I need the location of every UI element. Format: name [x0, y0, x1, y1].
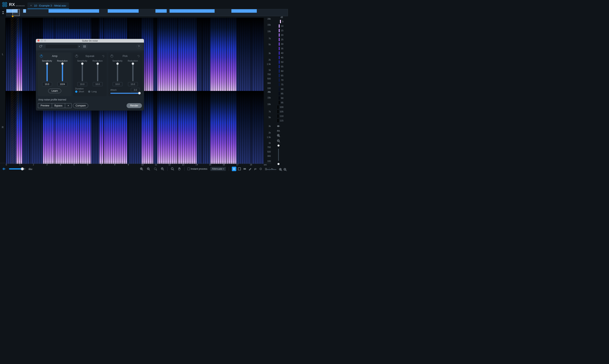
zoom-in-icon[interactable] — [140, 167, 143, 170]
db-tick-label: 15 — [281, 29, 284, 32]
magic-select-tool-icon[interactable] — [259, 167, 263, 171]
rail-handle-bottom[interactable] — [277, 163, 280, 165]
hand-tool-icon[interactable] — [177, 167, 181, 170]
zoom-in-horiz-icon[interactable] — [279, 168, 282, 171]
squeak-sens-slider[interactable] — [82, 64, 83, 81]
close-window-icon[interactable] — [38, 39, 39, 41]
minimize-window-icon[interactable] — [41, 39, 43, 41]
overview-strip[interactable] — [0, 9, 288, 16]
db-tick: 115 — [273, 118, 284, 123]
pick-power-icon[interactable] — [110, 55, 113, 58]
zoom-in-icon[interactable] — [277, 134, 280, 137]
spectro-toggle-icon[interactable] — [28, 168, 32, 170]
db-tick-label: 20 — [281, 34, 284, 36]
db-swatch — [279, 78, 280, 82]
rail-scroll-track[interactable] — [278, 149, 279, 161]
db-color-rail: dB 5101520253035404550556065707580859095… — [273, 16, 284, 164]
db-swatch — [277, 105, 278, 109]
preview-bypass-group: Preview Bypass + — [38, 103, 72, 108]
selection-overlay[interactable] — [11, 18, 18, 91]
file-tab[interactable]: × 10 - Example 3 - Metal.wav — [27, 2, 69, 9]
amp-title: Amp — [52, 54, 58, 58]
help-icon[interactable]: ? — [137, 44, 141, 49]
db-tick: 80 — [273, 87, 284, 91]
solo-listen-icon[interactable] — [137, 55, 140, 58]
lasso-tool-icon[interactable] — [253, 167, 258, 171]
pick-red-slider[interactable] — [132, 64, 133, 81]
pick-red-value[interactable]: 10.0 — [128, 82, 138, 86]
preset-select[interactable] — [45, 44, 78, 49]
timefreq-select-tool-icon[interactable] — [237, 167, 242, 171]
db-tick-label: 5 — [282, 20, 284, 23]
paint-select-tool-icon[interactable] — [248, 167, 252, 171]
short-label: Short — [79, 90, 84, 93]
amp-sens-value[interactable]: 10.0 — [42, 82, 52, 86]
waveform-icon[interactable] — [277, 125, 280, 127]
bypass-button[interactable]: Bypass — [52, 103, 65, 108]
attenuate-dropdown[interactable]: Attenuate ▾ — [210, 167, 226, 171]
long-radio[interactable] — [88, 91, 90, 93]
instant-process-toggle[interactable]: Instant process — [187, 168, 207, 170]
short-radio[interactable] — [75, 91, 78, 93]
maximize-window-icon[interactable] — [44, 39, 46, 41]
add-button[interactable]: + — [65, 103, 72, 108]
chevron-up-icon — [2, 13, 4, 14]
svg-rect-10 — [244, 168, 246, 169]
selection-overlay[interactable] — [11, 91, 18, 164]
compare-button[interactable]: Compare — [73, 103, 88, 108]
rail-handle-top[interactable] — [277, 144, 280, 147]
pick-sens-slider[interactable] — [117, 64, 118, 81]
spectrogram-icon[interactable] — [277, 129, 280, 132]
amp-res-slider[interactable] — [62, 64, 63, 81]
svg-rect-7 — [233, 168, 234, 170]
db-tick: 60 — [273, 69, 284, 73]
zoom-out-icon[interactable] — [277, 139, 280, 143]
freq-select-tool-icon[interactable] — [243, 167, 247, 171]
pick-red-label: Reduction — [128, 60, 138, 62]
squeak-sens-value[interactable]: 10.0 — [78, 82, 87, 86]
squeak-red-value[interactable]: 10.0 — [93, 82, 103, 86]
zoom-fit-icon[interactable] — [160, 167, 164, 170]
amp-power-icon[interactable] — [40, 55, 43, 58]
waveform-toggle-icon[interactable] — [2, 168, 6, 170]
squeak-red-label: Reduction — [92, 60, 103, 62]
render-button[interactable]: Render — [127, 103, 142, 108]
plugin-titlebar[interactable]: Guitar De-noise — [36, 39, 144, 43]
time-tick-label: 8 — [114, 164, 116, 166]
db-tick: 50 — [273, 60, 284, 64]
squeak-power-icon[interactable] — [75, 55, 78, 58]
db-swatch — [279, 65, 280, 68]
db-tick-label: 100 — [280, 106, 284, 108]
attack-value[interactable]: 3.0 — [131, 88, 140, 92]
db-tick: 70 — [273, 78, 284, 82]
db-swatch — [279, 51, 280, 55]
opacity-slider[interactable] — [9, 168, 26, 169]
zoom-tool-icon[interactable] — [170, 167, 174, 170]
db-tick: 35 — [273, 46, 284, 51]
playhead-marker-icon[interactable] — [12, 16, 14, 17]
overview-waveform[interactable] — [6, 9, 288, 16]
izotope-logo-icon — [2, 1, 8, 8]
checkbox-icon[interactable] — [187, 168, 190, 170]
time-tick-label: 2 — [33, 164, 34, 166]
overview-selection[interactable] — [13, 9, 20, 16]
squeak-red-slider[interactable] — [97, 64, 98, 81]
learn-button[interactable]: Learn — [48, 89, 61, 93]
db-tick: 110 — [273, 114, 284, 118]
time-select-tool-icon[interactable] — [232, 167, 236, 171]
zoom-selection-icon[interactable] — [153, 167, 157, 170]
pick-sens-value[interactable]: 10.0 — [113, 82, 122, 86]
zoom-out-horiz-icon[interactable] — [284, 168, 287, 171]
amp-sens-slider[interactable] — [47, 64, 48, 81]
preset-menu-icon[interactable] — [82, 44, 87, 49]
zoom-out-icon[interactable] — [146, 167, 151, 170]
zoom-track[interactable] — [266, 169, 276, 170]
svg-point-6 — [171, 168, 173, 170]
time-tick-label: 6 — [87, 164, 88, 166]
solo-listen-icon[interactable] — [102, 55, 105, 58]
overview-toggle[interactable] — [0, 9, 6, 16]
attack-slider[interactable] — [110, 93, 140, 94]
amp-res-value[interactable]: 1024 — [58, 82, 67, 86]
preview-button[interactable]: Preview — [38, 103, 52, 108]
close-icon[interactable]: × — [30, 4, 32, 7]
